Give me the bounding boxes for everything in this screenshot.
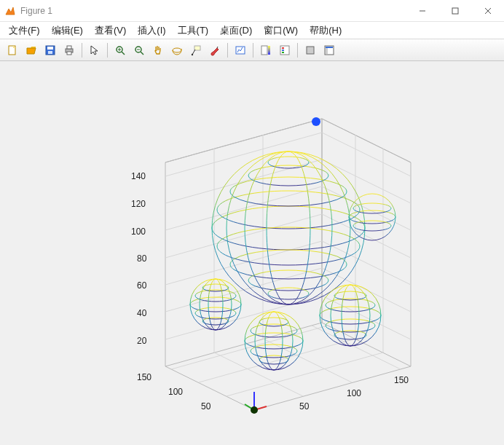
sphere-back-left [190,279,241,330]
toolbar-separator [253,43,253,58]
open-button[interactable] [23,42,40,59]
title-bar: Figure 1 [0,0,504,22]
svg-point-61 [268,157,309,168]
svg-point-86 [259,355,288,364]
insert-colorbar-button[interactable] [257,42,275,59]
svg-rect-31 [326,47,333,48]
maximize-button[interactable] [438,0,471,22]
svg-point-71 [353,203,391,213]
svg-line-50 [199,339,355,382]
axes-3d-svg [48,90,456,417]
figure-canvas-area: 20 40 60 80 100 120 140 50 100 150 50 10… [0,61,504,445]
svg-rect-19 [194,46,200,50]
zoom-in-button[interactable] [111,42,129,59]
x-tick: 150 [394,375,409,385]
toolbar-separator [82,43,82,58]
z-tick: 60 [137,280,146,291]
svg-point-20 [192,53,193,55]
x-tick: 100 [347,388,361,398]
menu-bar: 文件(F) 编辑(E) 查看(V) 插入(I) 工具(T) 桌面(D) 窗口(W… [0,22,504,39]
svg-line-16 [141,52,143,55]
svg-point-62 [217,227,360,265]
menu-insert[interactable]: 插入(I) [132,23,171,39]
menu-edit[interactable]: 编辑(E) [46,23,89,39]
show-plot-tools-button[interactable] [320,42,338,59]
svg-line-35 [165,214,322,258]
svg-point-63 [230,250,347,279]
edit-plot-button[interactable] [86,42,103,59]
insert-legend-button[interactable] [276,42,294,59]
sphere-back-right [349,194,395,240]
z-tick: 100 [131,227,146,237]
sphere-large [212,151,365,304]
menu-desktop[interactable]: 桌面(D) [214,23,258,39]
data-cursor-button[interactable] [187,42,205,59]
marker-top [312,117,320,126]
menu-file[interactable]: 文件(F) [3,23,46,39]
svg-point-79 [208,279,223,330]
toolbar [0,39,504,61]
z-tick: 120 [131,199,146,209]
brush-button[interactable] [206,42,224,59]
svg-point-69 [349,194,395,240]
print-button[interactable] [60,42,78,59]
axes-3d[interactable]: 20 40 60 80 100 120 140 50 100 150 50 10… [48,90,456,417]
svg-point-59 [230,177,347,206]
svg-point-80 [200,279,232,330]
svg-point-18 [173,48,181,52]
menu-help[interactable]: 帮助(H) [304,23,347,39]
svg-rect-22 [261,46,267,55]
svg-rect-7 [48,51,52,54]
window-title: Figure 1 [20,6,406,16]
menu-view[interactable]: 查看(V) [89,23,132,39]
z-tick: 40 [137,308,146,318]
svg-point-90 [320,307,381,324]
hide-plot-tools-button[interactable] [302,42,319,59]
toolbar-separator [227,43,228,58]
svg-line-34 [165,241,322,285]
toolbar-separator [107,43,108,58]
menu-window[interactable]: 窗口(W) [258,23,304,39]
svg-point-65 [268,288,309,299]
marker-origin [251,406,258,414]
close-button[interactable] [471,0,504,22]
svg-line-40 [322,268,411,312]
matlab-figure-icon [4,5,16,17]
z-tick: 80 [137,253,146,264]
svg-rect-24 [280,46,289,55]
svg-point-70 [349,210,395,224]
svg-rect-6 [47,47,53,50]
svg-rect-23 [268,46,270,55]
menu-tools[interactable]: 工具(T) [172,23,215,39]
link-plot-button[interactable] [232,42,249,59]
svg-rect-10 [67,52,71,55]
new-figure-button[interactable] [4,42,21,59]
save-button[interactable] [42,42,59,59]
svg-line-36 [165,186,322,230]
svg-line-51 [171,326,328,369]
rotate-3d-button[interactable] [168,42,186,59]
svg-line-12 [122,52,125,55]
svg-line-44 [322,160,411,203]
svg-point-57 [212,206,365,250]
zoom-out-button[interactable] [130,42,148,59]
y-tick: 100 [168,387,183,397]
svg-point-73 [190,279,241,330]
svg-rect-28 [307,47,314,54]
svg-rect-21 [236,47,245,54]
minimize-button[interactable] [406,0,438,22]
svg-point-72 [353,221,391,231]
z-tick: 20 [137,336,146,346]
svg-line-38 [165,133,322,176]
svg-point-74 [190,297,241,312]
y-tick: 150 [137,372,151,382]
svg-point-84 [259,318,288,326]
pan-button[interactable] [149,42,167,59]
svg-line-45 [322,133,411,176]
svg-point-56 [212,151,365,304]
y-tick: 50 [201,401,210,411]
svg-rect-1 [452,8,458,14]
z-tick: 140 [131,171,146,181]
x-tick: 50 [299,401,309,411]
toolbar-separator [297,43,298,58]
